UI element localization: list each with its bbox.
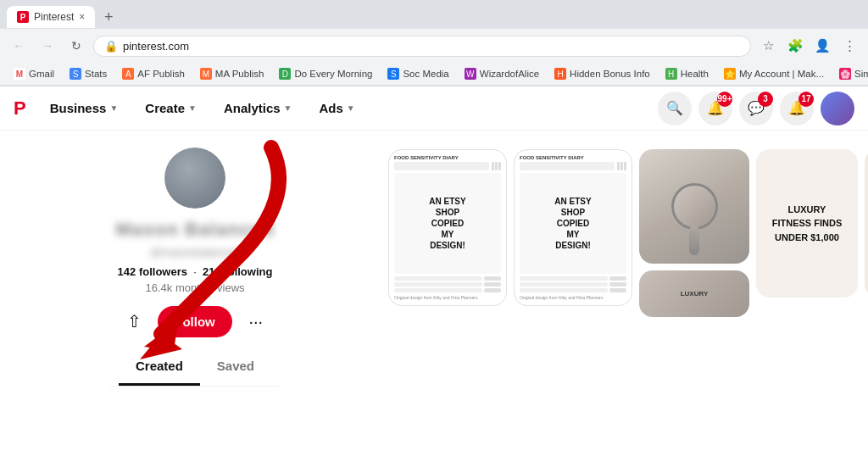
pin-food-2-caption: Original design from Kitty and Hina Plan… [520, 295, 626, 300]
bookmark-af-label: AF Publish [137, 69, 185, 79]
pin-food-2-date [520, 162, 626, 170]
pin-food-2-text: AN ETSYSHOPCOPIEDMYDESIGN! [554, 196, 591, 251]
bookmark-account-label: My Account | Mak... [739, 69, 824, 79]
nav-business-label: Business [50, 101, 107, 115]
pinterest-nav: P Business ▼ Create ▼ Analytics ▼ Ads ▼ … [0, 86, 868, 131]
more-options-button[interactable]: ··· [239, 304, 273, 338]
nav-create[interactable]: Create ▼ [135, 94, 207, 122]
profile-avatar [164, 148, 225, 209]
nav-ads[interactable]: Ads ▼ [309, 94, 365, 122]
bookmark-simple-pin-label: Simple Pin Media [854, 69, 868, 79]
messages-badge: 3 [758, 92, 773, 107]
pin-grid-section: FOOD SENSITIVITY DIARY AN ETSYS [381, 131, 868, 331]
bookmark-gmail-label: Gmail [29, 69, 54, 79]
profile-tabs: Created Saved [110, 348, 280, 387]
nav-ads-label: Ads [320, 101, 343, 115]
stats-icon: S [70, 68, 81, 80]
reload-button[interactable]: ↻ [64, 34, 88, 58]
monthly-views-count: 16.4k [145, 281, 172, 294]
pin-column-1: FOOD SENSITIVITY DIARY AN ETSYS [388, 149, 507, 321]
pin-food-diary-1[interactable]: FOOD SENSITIVITY DIARY AN ETSYS [388, 149, 507, 306]
pin-column-4: LUXURY FITNESS FINDS UNDER $1,000 [756, 149, 858, 321]
profile-views: 16.4k monthly views [145, 281, 244, 294]
pin-bottle-bottom[interactable]: LUXURY [639, 270, 749, 317]
user-profile-button[interactable]: 👤 [810, 34, 834, 58]
bookmark-star-button[interactable]: ☆ [756, 34, 780, 58]
bookmark-simple-pin[interactable]: 🌸 Simple Pin Media [832, 65, 868, 82]
user-avatar[interactable] [821, 92, 854, 125]
bookmark-do-every-morning[interactable]: D Do Every Morning [272, 65, 379, 82]
pinterest-logo[interactable]: P [14, 97, 26, 120]
tab-saved[interactable]: Saved [200, 348, 271, 386]
messages-button[interactable]: 💬 3 [739, 92, 773, 125]
profile-name: Mason Balanced [115, 219, 275, 241]
new-tab-button[interactable]: + [97, 5, 120, 29]
avatar-image [164, 148, 225, 209]
pin-food-diary-2[interactable]: FOOD SENSITIVITY DIARY AN ETSYS [514, 149, 632, 306]
pin-food-2-header: FOOD SENSITIVITY DIARY [520, 155, 626, 160]
pin-bottle-bottom-text: LUXURY [677, 287, 712, 301]
pin-food-1-checklist [394, 276, 501, 292]
bookmark-stats[interactable]: S Stats [63, 65, 114, 82]
health-icon: H [665, 68, 677, 80]
alerts-badge: 17 [798, 92, 814, 107]
back-button[interactable]: ← [7, 34, 31, 58]
bookmark-health-label: Health [681, 69, 709, 79]
browser-chrome: P Pinterest × + ← → ↻ 🔒 pinterest.com ☆ … [0, 0, 868, 86]
monthly-views-label: monthly views [175, 281, 245, 294]
share-button[interactable]: ⇧ [117, 304, 151, 338]
lock-icon: 🔒 [104, 40, 118, 53]
nav-icons: 🔍 🔔 99+ 💬 3 🔔 17 [658, 92, 854, 125]
bookmark-health[interactable]: H Health [659, 65, 715, 82]
bookmark-do-label: Do Every Morning [294, 69, 372, 79]
tab-favicon: P [17, 11, 29, 23]
pin-luxury-250[interactable]: LUXURY FITNESS FINDS UNDER $250 [865, 149, 868, 298]
nav-business[interactable]: Business ▼ [40, 94, 129, 122]
tab-saved-label: Saved [217, 359, 254, 373]
profile-actions: ⇧ Follow ··· [117, 304, 273, 338]
af-icon: A [122, 68, 134, 80]
pin-column-2: FOOD SENSITIVITY DIARY AN ETSYS [514, 149, 632, 321]
profile-avatar-wrap [164, 148, 225, 209]
notifications-badge: 99+ [717, 92, 732, 107]
extension-puzzle-button[interactable]: 🧩 [783, 34, 807, 58]
pin-food-1-caption: Original design from Kitty and Hina Plan… [394, 295, 501, 300]
bookmark-wizard[interactable]: W WizardofAlice [458, 65, 546, 82]
browser-menu-button[interactable]: ⋮ [837, 34, 861, 58]
bookmark-hidden-bonus[interactable]: H Hidden Bonus Info [548, 65, 657, 82]
business-caret-icon: ▼ [109, 103, 118, 113]
follow-button[interactable]: Follow [158, 306, 232, 337]
bookmark-ma-label: MA Publish [215, 69, 264, 79]
notifications-button[interactable]: 🔔 99+ [698, 92, 732, 125]
nav-analytics-label: Analytics [224, 101, 281, 115]
tab-created[interactable]: Created [119, 348, 200, 386]
browser-nav-bar: ← → ↻ 🔒 pinterest.com ☆ 🧩 👤 ⋮ [0, 29, 868, 63]
tab-created-label: Created [136, 359, 183, 373]
nav-analytics[interactable]: Analytics ▼ [214, 94, 303, 122]
tab-close-icon[interactable]: × [79, 11, 85, 23]
pin-food-1-header: FOOD SENSITIVITY DIARY [394, 155, 501, 160]
simple-pin-icon: 🌸 [839, 68, 851, 80]
bookmark-gmail[interactable]: M Gmail [7, 65, 61, 82]
pin-food-2-main: AN ETSYSHOPCOPIEDMYDESIGN! [520, 173, 626, 274]
active-tab[interactable]: P Pinterest × [7, 6, 95, 28]
search-button[interactable]: 🔍 [658, 92, 692, 125]
bookmark-soc-media[interactable]: S Soc Media [381, 65, 455, 82]
bookmark-stats-label: Stats [85, 69, 107, 79]
gmail-icon: M [14, 68, 25, 80]
hidden-icon: H [554, 68, 566, 80]
followers-count: 142 [118, 265, 136, 278]
alerts-button[interactable]: 🔔 17 [780, 92, 814, 125]
browser-tabs: P Pinterest × + [0, 0, 868, 29]
analytics-caret-icon: ▼ [284, 103, 292, 113]
forward-button[interactable]: → [36, 34, 59, 58]
pin-bottle[interactable] [639, 149, 749, 264]
bookmark-ma-publish[interactable]: M MA Publish [193, 65, 271, 82]
bookmark-wizard-label: WizardofAlice [480, 69, 539, 79]
address-bar[interactable]: 🔒 pinterest.com [93, 36, 751, 57]
main-content: Mason Balanced @masonbalanced 142 follow… [0, 131, 868, 387]
bookmark-account[interactable]: ⭐ My Account | Mak... [717, 65, 831, 82]
pin-luxury-1000[interactable]: LUXURY FITNESS FINDS UNDER $1,000 [756, 149, 858, 298]
bookmark-af-publish[interactable]: A AF Publish [115, 65, 192, 82]
pin-column-5: LUXURY FITNESS FINDS UNDER $250 [865, 149, 868, 321]
